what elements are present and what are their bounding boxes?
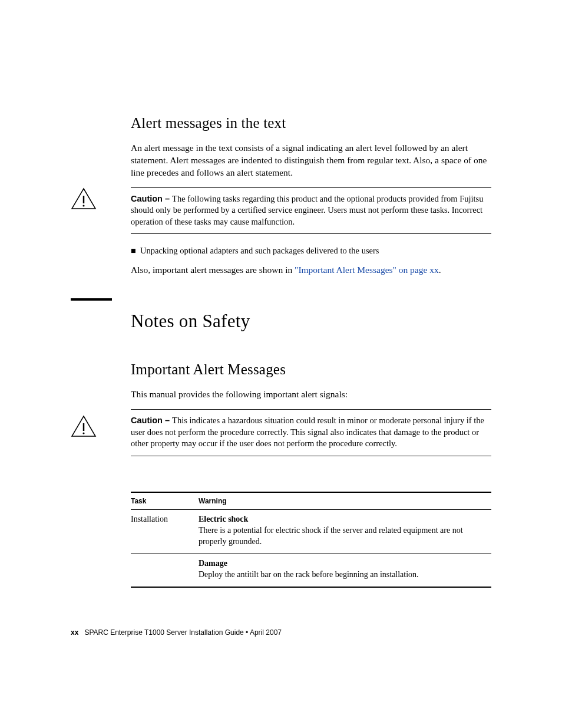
section-heading-alert-messages: Alert messages in the text [131, 115, 491, 131]
table-cell-task: Installation [131, 515, 199, 548]
caution-text: This indicates a hazardous situation cou… [131, 416, 484, 448]
bullet-item: ■ Unpacking optional adapters and such p… [131, 246, 491, 256]
section-heading-important-alert: Important Alert Messages [131, 361, 491, 378]
table-header-task: Task [131, 497, 199, 505]
intro-paragraph: An alert message in the text consists of… [131, 142, 491, 179]
bullet-marker: ■ [131, 246, 140, 256]
table-row: Damage Deploy the antitilt bar on the ra… [131, 554, 491, 588]
footer-title: SPARC Enterprise T1000 Server Installati… [84, 628, 282, 637]
page-number: xx [71, 628, 78, 637]
table-cell-task [131, 559, 199, 581]
intro-paragraph-2: This manual provides the following impor… [131, 388, 491, 401]
svg-point-1 [82, 205, 84, 206]
caution-icon [71, 187, 97, 210]
page-footer: xx SPARC Enterprise T1000 Server Install… [71, 628, 282, 637]
caution-label: Caution – [131, 194, 172, 203]
cross-reference-link[interactable]: "Important Alert Messages" on page xx [295, 265, 439, 275]
caution-block-2: Caution – This indicates a hazardous sit… [131, 409, 491, 456]
table-cell-warning: Damage Deploy the antitilt bar on the ra… [199, 559, 491, 581]
caution-block: Caution – The following tasks regarding … [131, 187, 491, 235]
svg-point-3 [82, 432, 84, 434]
bullet-text: Unpacking optional adapters and such pac… [140, 246, 379, 256]
also-paragraph: Also, important alert messages are shown… [131, 264, 491, 276]
section-rule [71, 298, 112, 301]
table-row: Installation Electric shock There is a p… [131, 510, 491, 554]
table-header-row: Task Warning [131, 492, 491, 510]
caution-icon [71, 415, 97, 437]
table-header-warning: Warning [199, 497, 491, 505]
caution-label: Caution – [131, 416, 172, 425]
caution-text: The following tasks regarding this produ… [131, 194, 483, 226]
alert-table: Task Warning Installation Electric shock… [131, 492, 491, 588]
table-cell-warning: Electric shock There is a potential for … [199, 515, 491, 548]
major-heading-notes-on-safety: Notes on Safety [131, 311, 491, 332]
